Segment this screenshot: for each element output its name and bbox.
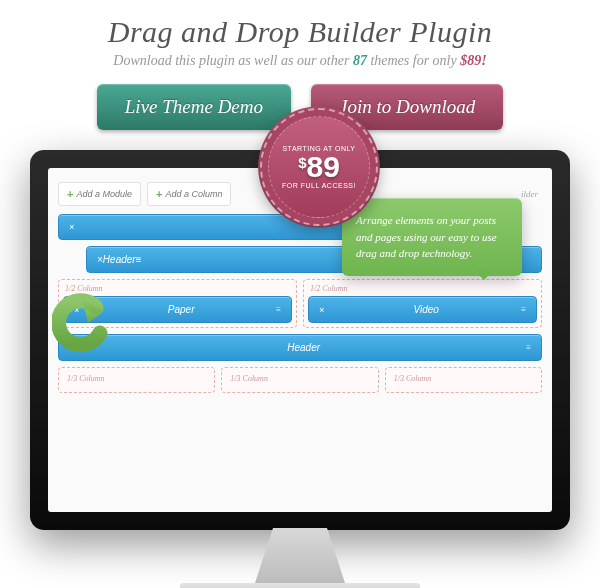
add-module-label: Add a Module (76, 189, 132, 199)
video-block[interactable]: × Video ≡ (308, 296, 537, 323)
block-label: Video (331, 304, 521, 315)
theme-price: $89! (460, 53, 486, 68)
badge-bottom-text: FOR FULL ACCESS! (282, 182, 356, 189)
close-icon[interactable]: × (319, 305, 331, 315)
price-amount: 89 (306, 150, 339, 183)
block-label: Header (103, 254, 136, 265)
block-label: Header (81, 342, 526, 353)
subtitle-mid: themes for only (367, 53, 460, 68)
builder-hint: ilder (521, 189, 542, 199)
grip-icon[interactable]: ≡ (526, 343, 531, 352)
subtitle: Download this plugin as well as our othe… (20, 53, 580, 69)
column-row: 1/2 Column × Paper ≡ 1/2 Column × Video … (58, 279, 542, 328)
monitor-stand-base (180, 583, 420, 588)
monitor-stand-neck (255, 528, 345, 583)
plus-icon: + (67, 188, 73, 200)
grip-icon[interactable]: ≡ (521, 305, 526, 314)
column-label: 1/2 Column (63, 284, 292, 293)
column-row-thirds: 1/3 Column 1/3 Column 1/3 Column (58, 367, 542, 393)
add-module-button[interactable]: + Add a Module (58, 182, 141, 206)
curved-arrow-icon (52, 293, 112, 353)
third-column[interactable]: 1/3 Column (221, 367, 378, 393)
third-column[interactable]: 1/3 Column (58, 367, 215, 393)
price-badge: STARTING AT ONLY $89 FOR FULL ACCESS! (260, 108, 378, 226)
page-title: Drag and Drop Builder Plugin (20, 15, 580, 49)
grip-icon[interactable]: ≡ (276, 305, 281, 314)
half-column[interactable]: 1/2 Column × Video ≡ (303, 279, 542, 328)
grip-icon[interactable]: ≡ (136, 254, 142, 265)
badge-price: $89 (298, 152, 340, 182)
header-block-2[interactable]: × Header ≡ (58, 334, 542, 361)
column-label: 1/3 Column (65, 374, 208, 383)
block-label: Paper (86, 304, 276, 315)
monitor-frame: STARTING AT ONLY $89 FOR FULL ACCESS! Ar… (30, 150, 570, 530)
subtitle-pre: Download this plugin as well as our othe… (113, 53, 353, 68)
column-label: 1/2 Column (308, 284, 537, 293)
dollar-sign: $ (298, 154, 306, 171)
add-column-button[interactable]: + Add a Column (147, 182, 231, 206)
third-column[interactable]: 1/3 Column (385, 367, 542, 393)
add-column-label: Add a Column (165, 189, 222, 199)
column-label: 1/3 Column (392, 374, 535, 383)
column-label: 1/3 Column (228, 374, 371, 383)
plus-icon: + (156, 188, 162, 200)
close-icon[interactable]: × (69, 222, 81, 232)
theme-count: 87 (353, 53, 367, 68)
